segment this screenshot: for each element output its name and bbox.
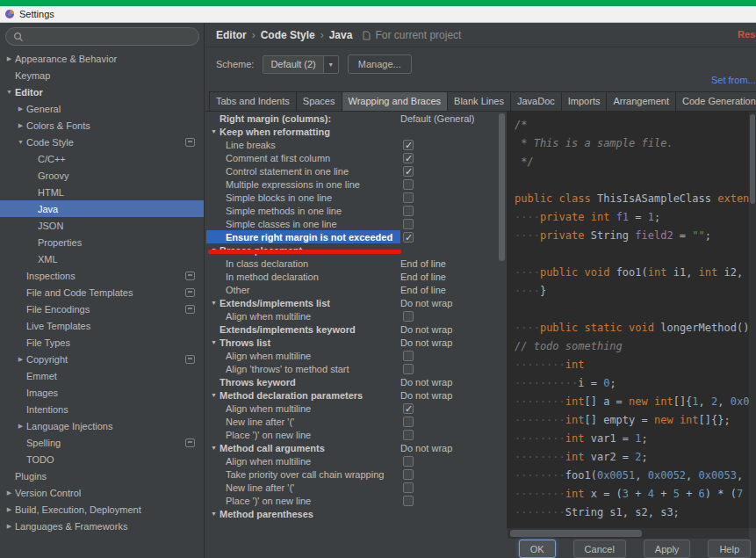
checkbox[interactable]: [403, 469, 414, 480]
apply-button[interactable]: Apply: [644, 540, 691, 558]
sidebar-item-properties[interactable]: Properties: [0, 234, 204, 250]
sidebar-item-copyright[interactable]: ▶Copyright: [0, 351, 204, 367]
checkbox[interactable]: [403, 403, 414, 414]
settings-row-throws-keyword[interactable]: Throws keywordDo not wrap: [206, 375, 506, 388]
sidebar-item-spelling[interactable]: Spelling: [0, 434, 204, 451]
sidebar-item-c-c[interactable]: C/C++: [0, 150, 204, 167]
settings-row-comment-at-first-column[interactable]: Comment at first column: [206, 151, 506, 164]
settings-row-control-statement-in-one-line[interactable]: Control statement in one line: [206, 164, 506, 178]
settings-row-align-when-multiline[interactable]: Align when multiline: [206, 402, 506, 415]
settings-row-throws-list[interactable]: ▼Throws listDo not wrap: [206, 336, 506, 349]
search-box[interactable]: [5, 27, 199, 46]
breadcrumb-item-java[interactable]: Java: [329, 29, 353, 41]
scheme-select[interactable]: Default (2) ▼: [263, 55, 338, 74]
chevron-down-icon[interactable]: ▼: [4, 89, 15, 95]
chevron-down-icon[interactable]: ▼: [208, 511, 220, 517]
settings-value-dropdown[interactable]: End of line: [400, 258, 446, 269]
sidebar-item-xml[interactable]: XML: [0, 250, 204, 267]
settings-row-right-margin-columns[interactable]: Right margin (columns):Default (General): [206, 112, 506, 125]
checkbox[interactable]: [403, 311, 414, 322]
settings-value-dropdown[interactable]: Do not wrap: [400, 377, 452, 388]
chevron-down-icon[interactable]: ▼: [323, 56, 338, 73]
settings-value-dropdown[interactable]: Do not wrap: [400, 390, 452, 401]
chevron-down-icon[interactable]: ▼: [208, 392, 220, 398]
chevron-down-icon[interactable]: ▼: [208, 128, 220, 134]
chevron-right-icon[interactable]: ▶: [15, 356, 26, 363]
settings-value-dropdown[interactable]: Do not wrap: [400, 324, 452, 335]
settings-value-dropdown[interactable]: Default (General): [400, 113, 474, 124]
chevron-right-icon[interactable]: ▶: [4, 523, 15, 530]
sidebar-item-groovy[interactable]: Groovy: [0, 167, 204, 184]
settings-row-simple-methods-in-one-line[interactable]: Simple methods in one line: [206, 204, 506, 217]
settings-row-method-parentheses[interactable]: ▼Method parentheses: [206, 507, 506, 520]
chevron-right-icon[interactable]: ▶: [15, 122, 26, 129]
chevron-down-icon[interactable]: ▼: [208, 300, 220, 306]
settings-row-place-on-new-line[interactable]: Place ')' on new line: [206, 494, 506, 507]
tab-arrangement[interactable]: Arrangement: [606, 91, 676, 112]
sidebar-item-java[interactable]: Java: [0, 200, 204, 217]
chevron-down-icon[interactable]: ▼: [15, 139, 26, 145]
sidebar-item-file-types[interactable]: File Types: [0, 334, 204, 351]
checkbox[interactable]: [403, 166, 414, 177]
settings-row-simple-blocks-in-one-line[interactable]: Simple blocks in one line: [206, 191, 506, 204]
breadcrumb-item-code-style[interactable]: Code Style: [261, 29, 315, 41]
set-from-link[interactable]: Set from...: [711, 75, 756, 85]
tab-code-generation[interactable]: Code Generation: [675, 91, 756, 112]
chevron-right-icon[interactable]: ▶: [4, 55, 15, 62]
sidebar-item-general[interactable]: ▶General: [0, 100, 204, 117]
settings-row-other[interactable]: OtherEnd of line: [206, 283, 506, 296]
sidebar-item-file-and-code-templates[interactable]: File and Code Templates: [0, 284, 204, 301]
settings-row-simple-classes-in-one-line[interactable]: Simple classes in one line: [206, 217, 506, 230]
settings-row-align-when-multiline[interactable]: Align when multiline: [206, 349, 506, 362]
checkbox[interactable]: [403, 153, 414, 163]
checkbox[interactable]: [403, 351, 414, 361]
chevron-right-icon[interactable]: ▶: [4, 489, 15, 496]
sidebar-item-colors-fonts[interactable]: ▶Colors & Fonts: [0, 117, 204, 134]
checkbox[interactable]: [403, 482, 414, 493]
tab-javadoc[interactable]: JavaDoc: [510, 91, 562, 112]
checkbox[interactable]: [403, 219, 414, 229]
chevron-down-icon[interactable]: ▼: [208, 339, 220, 345]
tab-wrapping-and-braces[interactable]: Wrapping and Braces: [342, 91, 449, 112]
chevron-right-icon[interactable]: ▶: [4, 506, 15, 513]
breadcrumb-item-editor[interactable]: Editor: [216, 29, 247, 41]
settings-row-method-declaration-parameters[interactable]: ▼Method declaration parametersDo not wra…: [206, 388, 506, 402]
sidebar-item-version-control[interactable]: ▶Version Control: [0, 484, 204, 501]
settings-row-place-on-new-line[interactable]: Place ')' on new line: [206, 428, 506, 441]
sidebar-item-emmet[interactable]: Emmet: [0, 367, 204, 384]
settings-row-ensure-right-margin-is-not-exceeded[interactable]: Ensure right margin is not exceeded: [206, 230, 506, 243]
sidebar-item-inspections[interactable]: Inspections: [0, 267, 204, 284]
settings-row-method-call-arguments[interactable]: ▼Method call argumentsDo not wrap: [206, 441, 506, 454]
sidebar-item-intentions[interactable]: Intentions: [0, 401, 204, 417]
checkbox[interactable]: [403, 192, 414, 203]
sidebar-item-file-encodings[interactable]: File Encodings: [0, 301, 204, 317]
titlebar[interactable]: Settings: [0, 6, 756, 23]
sidebar-item-keymap[interactable]: Keymap: [0, 67, 204, 83]
checkbox[interactable]: [403, 456, 414, 467]
settings-row-align-when-multiline[interactable]: Align when multiline: [206, 309, 506, 322]
sidebar-item-appearance-behavior[interactable]: ▶Appearance & Behavior: [0, 50, 204, 67]
checkbox[interactable]: [403, 206, 414, 216]
sidebar-item-plugins[interactable]: Plugins: [0, 467, 204, 484]
tab-imports[interactable]: Imports: [561, 91, 608, 112]
settings-value-dropdown[interactable]: Do not wrap: [400, 443, 452, 453]
sidebar-item-language-injections[interactable]: ▶Language Injections: [0, 417, 204, 434]
tab-spaces[interactable]: Spaces: [296, 91, 342, 112]
sidebar-item-code-style[interactable]: ▼Code Style: [0, 134, 204, 150]
settings-value-dropdown[interactable]: Do not wrap: [400, 298, 452, 308]
checkbox[interactable]: [403, 496, 414, 506]
editor-hscrollbar-thumb[interactable]: [510, 530, 642, 537]
sidebar-item-languages-frameworks[interactable]: ▶Languages & Frameworks: [0, 518, 204, 534]
settings-row-extends-implements-keyword[interactable]: Extends/implements keywordDo not wrap: [206, 322, 506, 336]
sidebar-item-editor[interactable]: ▼Editor: [0, 83, 204, 100]
chevron-right-icon[interactable]: ▶: [15, 423, 26, 430]
settings-scrollbar-thumb[interactable]: [499, 113, 505, 261]
checkbox[interactable]: [403, 140, 414, 150]
settings-scrollbar[interactable]: [499, 112, 505, 525]
chevron-down-icon[interactable]: ▼: [208, 445, 220, 451]
sidebar-item-live-templates[interactable]: Live Templates: [0, 317, 204, 334]
search-input[interactable]: [28, 32, 191, 42]
settings-row-align-throws-to-method-start[interactable]: Align 'throws' to method start: [206, 362, 506, 375]
checkbox[interactable]: [403, 179, 414, 190]
sidebar-item-images[interactable]: Images: [0, 384, 204, 401]
